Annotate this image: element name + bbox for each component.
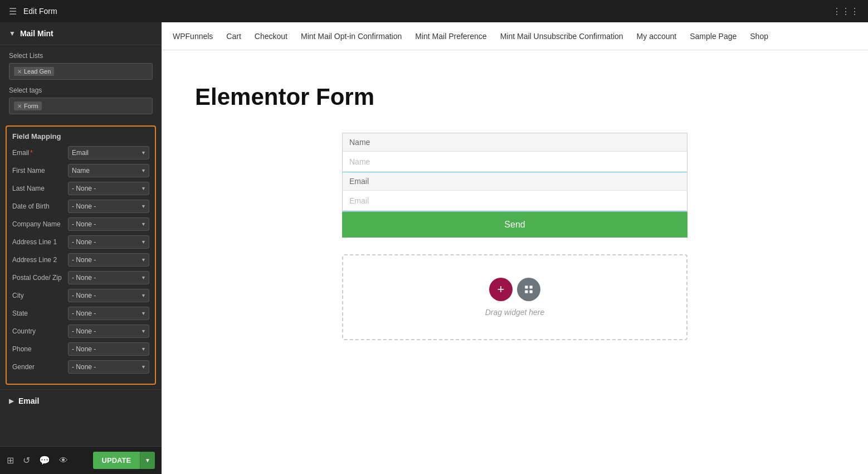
- mail-mint-arrow-icon: ▼: [9, 30, 16, 37]
- field-row: Address Line 1- None -NameEmail: [12, 235, 149, 249]
- field-select-address-line-2[interactable]: - None -NameEmail: [68, 253, 149, 267]
- nav-item-sample[interactable]: Sample Page: [690, 30, 737, 43]
- email-section-arrow-icon: ▶: [9, 397, 14, 405]
- nav-item-shop[interactable]: Shop: [750, 30, 768, 43]
- field-select-email[interactable]: EmailName- None -: [68, 146, 149, 159]
- email-section-title: Email: [18, 396, 39, 405]
- preview-icon[interactable]: 👁: [59, 456, 68, 466]
- field-label: Date of Birth: [12, 202, 68, 210]
- field-row: Postal Code/ Zip- None -NameEmail: [12, 271, 149, 284]
- select-lists-section: Select Lists ✕ Lead Gen: [0, 45, 162, 86]
- svg-rect-1: [530, 286, 533, 288]
- name-field-label: Name: [343, 133, 687, 152]
- svg-rect-3: [530, 291, 533, 293]
- nav-item-optin[interactable]: Mint Mail Opt-in Confirmation: [301, 30, 402, 43]
- form-tag-close-icon[interactable]: ✕: [17, 103, 22, 109]
- mail-mint-title: Mail Mint: [20, 29, 53, 38]
- bottom-icons: ⊞ ↺ 💬 👁: [7, 455, 68, 466]
- select-tags-label: Select tags: [9, 86, 153, 94]
- field-select-city[interactable]: - None -NameEmail: [68, 289, 149, 302]
- lead-gen-tag: ✕ Lead Gen: [14, 67, 54, 76]
- add-widget-button[interactable]: +: [489, 278, 513, 301]
- nav-item-unsubscribe[interactable]: Mint Mail Unsubscribe Confirmation: [500, 30, 623, 43]
- form-field-email: Email: [343, 172, 687, 211]
- field-select-phone[interactable]: - None -NameEmail: [68, 342, 149, 356]
- field-label: Phone: [12, 345, 68, 353]
- field-select-wrapper: - None -NameEmail: [68, 253, 149, 267]
- select-tags-section: Select tags ✕ Form: [0, 86, 162, 121]
- email-input[interactable]: [343, 191, 687, 211]
- main-content: WPFunnels Cart Checkout Mint Mail Opt-in…: [162, 22, 868, 474]
- tag-close-icon[interactable]: ✕: [17, 69, 22, 75]
- send-button[interactable]: Send: [342, 212, 687, 238]
- form-tag: ✕ Form: [14, 101, 42, 110]
- grid-icon[interactable]: ⋮⋮⋮: [832, 6, 859, 17]
- field-row: Address Line 2- None -NameEmail: [12, 253, 149, 267]
- field-label: Address Line 2: [12, 256, 68, 264]
- field-label: Address Line 1: [12, 238, 68, 246]
- field-label: Country: [12, 327, 68, 335]
- nav-item-myaccount[interactable]: My account: [637, 30, 677, 43]
- drag-widget-buttons: +: [489, 278, 540, 301]
- field-label: Last Name: [12, 185, 68, 192]
- field-row: Company Name- None -NameEmail: [12, 217, 149, 231]
- field-select-wrapper: - None -NameEmail: [68, 325, 149, 338]
- field-select-wrapper: - None -NameEmail: [68, 217, 149, 231]
- update-btn-group: UPDATE ▼: [93, 452, 155, 469]
- field-label: Postal Code/ Zip: [12, 274, 68, 282]
- email-section[interactable]: ▶ Email: [0, 389, 162, 412]
- top-bar-title: Edit Form: [23, 7, 57, 16]
- history-icon[interactable]: ↺: [23, 455, 30, 466]
- field-select-postal-code/-zip[interactable]: - None -NameEmail: [68, 271, 149, 284]
- nav-bar: WPFunnels Cart Checkout Mint Mail Opt-in…: [162, 22, 868, 50]
- layers-icon[interactable]: ⊞: [7, 455, 14, 466]
- field-select-state[interactable]: - None -NameEmail: [68, 307, 149, 320]
- field-select-date-of-birth[interactable]: - None -NameEmail: [68, 200, 149, 213]
- field-select-wrapper: NameEmail- None -: [68, 164, 149, 177]
- field-mapping-section: Field Mapping EmailEmailName- None -Firs…: [6, 125, 156, 385]
- main-layout: ▼ Mail Mint Select Lists ✕ Lead Gen Sele…: [0, 22, 868, 474]
- field-select-first-name[interactable]: NameEmail- None -: [68, 164, 149, 177]
- field-select-company-name[interactable]: - None -NameEmail: [68, 217, 149, 231]
- field-row: Country- None -NameEmail: [12, 325, 149, 338]
- nav-item-checkout[interactable]: Checkout: [255, 30, 287, 43]
- field-label: First Name: [12, 167, 68, 175]
- field-row: First NameNameEmail- None -: [12, 164, 149, 177]
- sidebar-mail-mint-section[interactable]: ▼ Mail Mint: [0, 22, 162, 45]
- field-select-gender[interactable]: - None -NameEmail: [68, 360, 149, 374]
- drag-widget-area: + Drag widget here: [342, 254, 687, 340]
- field-select-wrapper: - None -NameEmail: [68, 200, 149, 213]
- update-button[interactable]: UPDATE: [93, 452, 140, 469]
- select-tags-input[interactable]: ✕ Form: [9, 98, 153, 114]
- field-row: Last Name- None -NameEmail: [12, 182, 149, 195]
- field-select-country[interactable]: - None -NameEmail: [68, 325, 149, 338]
- nav-item-wpfunnels[interactable]: WPFunnels: [173, 30, 213, 43]
- comment-icon[interactable]: 💬: [39, 455, 50, 466]
- field-row: City- None -NameEmail: [12, 289, 149, 302]
- nav-item-preference[interactable]: Mint Mail Preference: [415, 30, 486, 43]
- field-label: Gender: [12, 363, 68, 371]
- field-row: State- None -NameEmail: [12, 307, 149, 320]
- select-lists-input[interactable]: ✕ Lead Gen: [9, 63, 153, 80]
- svg-rect-0: [525, 286, 528, 288]
- field-select-address-line-1[interactable]: - None -NameEmail: [68, 235, 149, 249]
- field-select-wrapper: - None -NameEmail: [68, 235, 149, 249]
- field-row: Gender- None -NameEmail: [12, 360, 149, 374]
- field-select-wrapper: - None -NameEmail: [68, 271, 149, 284]
- field-select-wrapper: - None -NameEmail: [68, 342, 149, 356]
- field-mapping-title: Field Mapping: [12, 132, 149, 141]
- name-input[interactable]: [343, 152, 687, 172]
- name-field-input-wrapper: [343, 152, 687, 172]
- email-field-input-wrapper: [343, 191, 687, 211]
- hamburger-icon[interactable]: ☰: [9, 6, 17, 17]
- nav-item-cart[interactable]: Cart: [226, 30, 241, 43]
- top-bar: ☰ Edit Form ⋮⋮⋮: [0, 0, 868, 22]
- field-select-last-name[interactable]: - None -NameEmail: [68, 182, 149, 195]
- widget-library-button[interactable]: [517, 278, 540, 301]
- field-label: City: [12, 292, 68, 299]
- svg-rect-2: [525, 291, 528, 293]
- field-select-wrapper: - None -NameEmail: [68, 182, 149, 195]
- field-label: Email: [12, 149, 68, 157]
- select-lists-label: Select Lists: [9, 52, 153, 60]
- update-dropdown-button[interactable]: ▼: [140, 452, 155, 469]
